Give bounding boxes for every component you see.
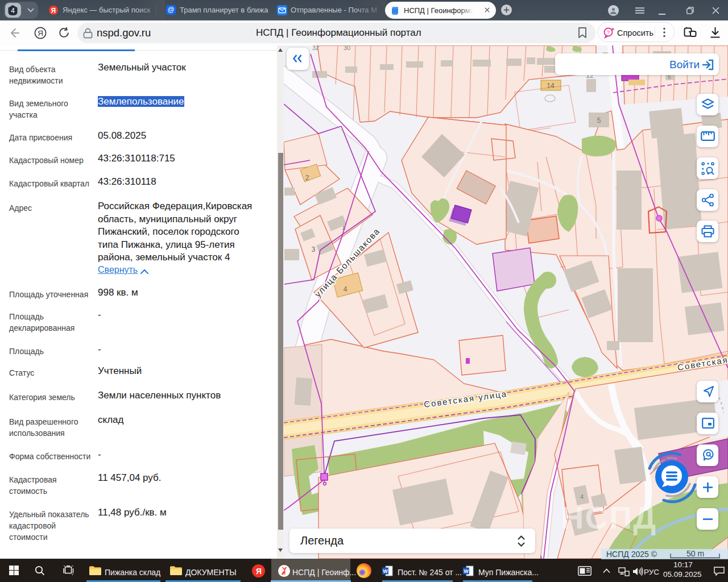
svg-text:4: 4 bbox=[11, 7, 15, 15]
svg-text:?: ? bbox=[607, 29, 610, 35]
svg-text:W: W bbox=[464, 568, 469, 574]
svg-text:W: W bbox=[383, 568, 388, 574]
svg-text:Я: Я bbox=[38, 29, 43, 38]
